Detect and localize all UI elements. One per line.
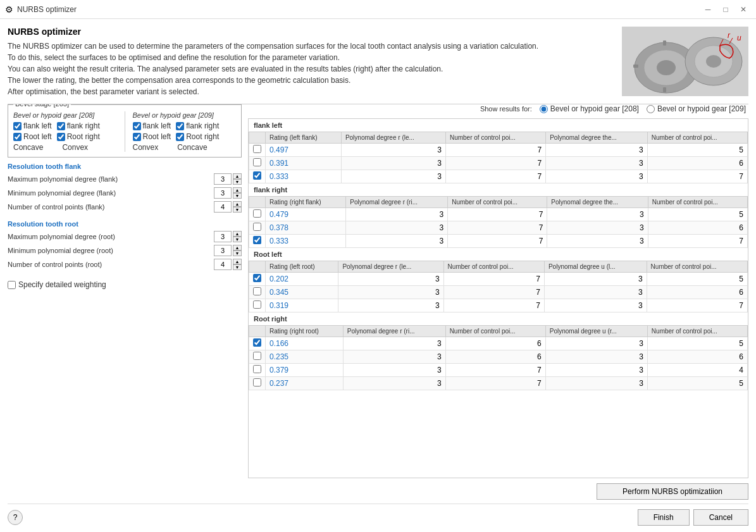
results-container[interactable]: flank left Rating (left flank) Polynomal… <box>248 118 748 478</box>
gear209-flank-left[interactable]: flank left <box>133 121 171 130</box>
rating-value[interactable]: 0.333 <box>266 170 342 183</box>
rating-value[interactable]: 0.379 <box>266 364 344 377</box>
table-row[interactable]: 0.319 3 7 3 7 <box>249 299 748 312</box>
optimize-button[interactable]: Perform NURBS optimizatiion <box>597 483 748 500</box>
rating-value[interactable]: 0.497 <box>266 144 342 157</box>
row-checkbox[interactable] <box>253 223 261 231</box>
rating-value[interactable]: 0.345 <box>266 286 338 299</box>
row-checkbox[interactable] <box>253 365 261 373</box>
table-row[interactable]: 0.378 3 7 3 6 <box>249 221 748 235</box>
rating-value[interactable]: 0.319 <box>266 299 338 312</box>
row-checkbox[interactable] <box>253 287 261 295</box>
gear208-root-right[interactable]: Root right <box>57 132 100 141</box>
gear208-flank-left[interactable]: flank left <box>13 121 52 130</box>
col2-value: 3 <box>341 157 445 170</box>
flank-left-th-check <box>249 132 266 144</box>
show-results-208[interactable]: Bevel or hypoid gear [208] <box>540 104 639 113</box>
row-checkbox[interactable] <box>253 352 261 360</box>
row-checkbox[interactable] <box>253 171 261 180</box>
rating-value[interactable]: 0.479 <box>266 208 346 221</box>
table-row[interactable]: 0.333 3 7 3 7 <box>249 235 748 248</box>
close-button[interactable]: ✕ <box>736 2 751 17</box>
table-row[interactable]: 0.479 3 7 3 5 <box>249 208 748 221</box>
rating-value[interactable]: 0.391 <box>266 157 342 170</box>
gear208-flank-right[interactable]: flank right <box>57 121 100 130</box>
table-row[interactable]: 0.497 3 7 3 5 <box>249 144 748 157</box>
max-poly-root-up[interactable]: ▲ <box>233 231 242 237</box>
ctrl-pts-root-down[interactable]: ▼ <box>233 264 242 270</box>
right-panel: Show results for: Bevel or hypoid gear [… <box>248 104 748 478</box>
gear209-root-right[interactable]: Root right <box>176 132 219 141</box>
max-poly-flank-input[interactable]: 3 <box>214 173 232 185</box>
optimize-btn-row: Perform NURBS optimizatiion <box>8 483 748 500</box>
row-checkbox-cell[interactable] <box>249 157 266 170</box>
max-poly-flank-ctrl: 3 ▲ ▼ <box>214 173 242 185</box>
row-checkbox-cell[interactable] <box>249 221 266 235</box>
row-checkbox[interactable] <box>253 300 261 309</box>
table-row[interactable]: 0.379 3 7 3 4 <box>249 364 748 377</box>
table-row[interactable]: 0.345 3 7 3 6 <box>249 286 748 299</box>
row-checkbox[interactable] <box>253 338 261 347</box>
root-right-section: Root right Rating (right root) Polynomal… <box>249 312 748 390</box>
table-row[interactable]: 0.391 3 7 3 6 <box>249 157 748 170</box>
table-row[interactable]: 0.166 3 6 3 5 <box>249 337 748 350</box>
gear209-flank-right[interactable]: flank right <box>176 121 219 130</box>
rating-value[interactable]: 0.237 <box>266 377 344 390</box>
min-poly-root-up[interactable]: ▲ <box>233 245 242 251</box>
title-bar: ⚙ NURBS optimizer ─ □ ✕ <box>0 0 756 19</box>
min-poly-flank-input[interactable]: 3 <box>214 187 232 199</box>
min-poly-root-input[interactable]: 3 <box>214 245 232 256</box>
row-checkbox-cell[interactable] <box>249 235 266 248</box>
maximize-button[interactable]: □ <box>718 2 733 17</box>
table-row[interactable]: 0.237 3 7 3 5 <box>249 377 748 390</box>
row-checkbox[interactable] <box>253 274 261 282</box>
specify-weighting[interactable]: Specify detailed weighting <box>8 280 242 289</box>
minimize-button[interactable]: ─ <box>700 2 716 17</box>
rating-value[interactable]: 0.202 <box>266 273 338 286</box>
ctrl-pts-flank-down[interactable]: ▼ <box>233 207 242 213</box>
row-checkbox-cell[interactable] <box>249 273 266 286</box>
ctrl-pts-root-up[interactable]: ▲ <box>233 259 242 264</box>
row-checkbox-cell[interactable] <box>249 364 266 377</box>
rating-value[interactable]: 0.166 <box>266 337 344 350</box>
bevel-stage-group: Bevel stage [203] Bevel or hypoid gear [… <box>8 104 242 158</box>
row-checkbox-cell[interactable] <box>249 337 266 350</box>
flank-right-th1: Rating (right flank) <box>266 197 346 208</box>
row-checkbox-cell[interactable] <box>249 299 266 312</box>
row-checkbox[interactable] <box>253 378 261 387</box>
rating-value[interactable]: 0.378 <box>266 221 346 235</box>
row-checkbox[interactable] <box>253 236 261 244</box>
row-checkbox-cell[interactable] <box>249 286 266 299</box>
cancel-button[interactable]: Cancel <box>693 509 748 526</box>
ctrl-pts-root-input[interactable]: 4 <box>214 259 232 270</box>
help-button[interactable]: ? <box>8 510 23 525</box>
rating-value[interactable]: 0.235 <box>266 350 344 364</box>
min-poly-flank-up[interactable]: ▲ <box>233 187 242 193</box>
row-checkbox-cell[interactable] <box>249 144 266 157</box>
max-poly-flank-down[interactable]: ▼ <box>233 179 242 185</box>
row-checkbox[interactable] <box>253 209 261 218</box>
row-checkbox[interactable] <box>253 145 261 153</box>
min-poly-root-down[interactable]: ▼ <box>233 251 242 256</box>
row-checkbox-cell[interactable] <box>249 208 266 221</box>
max-poly-root-input[interactable]: 3 <box>214 231 232 242</box>
gear209-root-left[interactable]: Root left <box>133 132 171 141</box>
max-poly-flank-up[interactable]: ▲ <box>233 173 242 179</box>
row-checkbox[interactable] <box>253 158 261 166</box>
table-row[interactable]: 0.235 3 6 3 6 <box>249 350 748 364</box>
finish-button[interactable]: Finish <box>638 509 690 526</box>
ctrl-pts-flank-input[interactable]: 4 <box>214 201 232 213</box>
ctrl-pts-flank-up[interactable]: ▲ <box>233 201 242 207</box>
min-poly-flank-down[interactable]: ▼ <box>233 193 242 199</box>
gear208-root-left[interactable]: Root left <box>13 132 52 141</box>
col4-value: 3 <box>545 350 647 364</box>
row-checkbox-cell[interactable] <box>249 350 266 364</box>
show-results-209[interactable]: Bevel or hypoid gear [209] <box>647 104 746 113</box>
row-checkbox-cell[interactable] <box>249 170 266 183</box>
row-checkbox-cell[interactable] <box>249 377 266 390</box>
specify-weighting-checkbox[interactable] <box>8 281 16 289</box>
max-poly-root-down[interactable]: ▼ <box>233 237 242 242</box>
rating-value[interactable]: 0.333 <box>266 235 346 248</box>
table-row[interactable]: 0.202 3 7 3 5 <box>249 273 748 286</box>
table-row[interactable]: 0.333 3 7 3 7 <box>249 170 748 183</box>
